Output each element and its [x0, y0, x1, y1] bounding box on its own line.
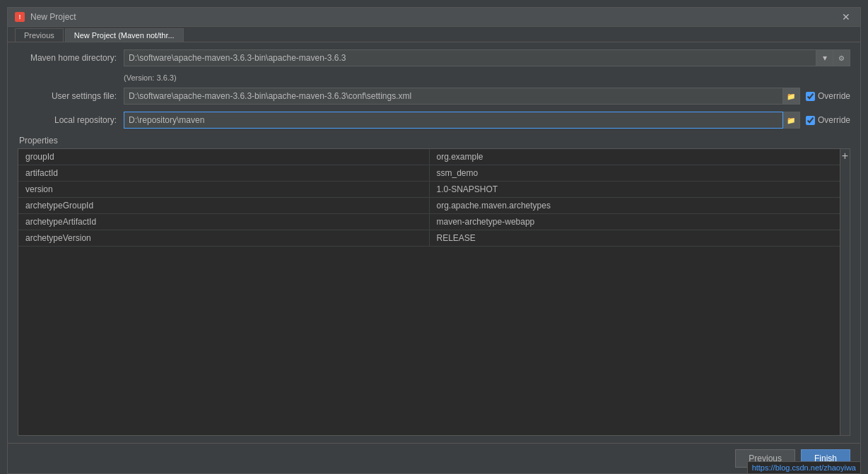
version-note: (Version: 3.6.3)	[124, 73, 850, 82]
table-row[interactable]: archetypeGroupId org.apache.maven.archet…	[18, 198, 840, 214]
table-row[interactable]: archetypeArtifactId maven-archetype-weba…	[18, 214, 840, 230]
title-icon: !	[15, 12, 25, 22]
prop-key: artifactId	[18, 165, 429, 182]
properties-section: Properties groupId org.example artifactI…	[18, 136, 850, 436]
local-repo-label: Local repository:	[18, 115, 124, 125]
local-repo-browse-btn[interactable]: 📁	[783, 112, 800, 129]
maven-home-input-wrapper: ▾ ⚙	[124, 49, 850, 66]
user-settings-input-wrapper: 📁	[124, 88, 800, 105]
maven-home-input[interactable]	[124, 49, 816, 66]
local-repo-override-wrapper: Override	[806, 115, 850, 125]
prop-value: RELEASE	[429, 230, 840, 247]
close-button[interactable]: ✕	[839, 11, 853, 23]
local-repo-row: Local repository: 📁 Override	[18, 112, 850, 129]
properties-table-wrapper: groupId org.example artifactId ssm_demo …	[18, 148, 850, 436]
prop-value: org.apache.maven.archetypes	[429, 198, 840, 214]
prop-key: version	[18, 182, 429, 198]
prop-key: groupId	[18, 149, 429, 165]
user-settings-override-checkbox[interactable]	[806, 92, 815, 101]
table-row[interactable]: groupId org.example	[18, 149, 840, 165]
prop-key: archetypeVersion	[18, 230, 429, 247]
local-repo-input-wrapper: 📁	[124, 112, 800, 129]
dialog-title: New Project	[30, 12, 76, 22]
local-repo-override-label: Override	[818, 115, 850, 125]
table-row[interactable]: artifactId ssm_demo	[18, 165, 840, 182]
prop-value: maven-archetype-webapp	[429, 214, 840, 230]
maven-home-settings-btn[interactable]: ⚙	[833, 49, 850, 66]
props-table-area: groupId org.example artifactId ssm_demo …	[18, 149, 840, 435]
prop-key: archetypeArtifactId	[18, 214, 429, 230]
user-settings-input[interactable]	[124, 88, 783, 105]
tab-previous[interactable]: Previous	[15, 28, 64, 42]
tab-new-project[interactable]: New Project (Maven not/thr...	[65, 28, 184, 42]
maven-home-dropdown-btn[interactable]: ▾	[816, 49, 833, 66]
local-repo-override-checkbox[interactable]	[806, 116, 815, 125]
add-property-button[interactable]: +	[842, 150, 848, 162]
local-repo-input[interactable]	[124, 112, 783, 129]
prop-key: archetypeGroupId	[18, 198, 429, 214]
prop-value: 1.0-SNAPSHOT	[429, 182, 840, 198]
table-row[interactable]: archetypeVersion RELEASE	[18, 230, 840, 247]
prop-value: org.example	[429, 149, 840, 165]
user-settings-browse-btn[interactable]: 📁	[783, 88, 800, 105]
properties-table: groupId org.example artifactId ssm_demo …	[18, 149, 840, 247]
bottom-bar: Previous Finish	[8, 443, 860, 473]
maven-home-row: Maven home directory: ▾ ⚙	[18, 49, 850, 66]
props-side: +	[840, 149, 850, 435]
properties-header: Properties	[18, 136, 850, 146]
maven-home-label: Maven home directory:	[18, 53, 124, 63]
title-bar: ! New Project ✕	[8, 8, 860, 27]
table-row[interactable]: version 1.0-SNAPSHOT	[18, 182, 840, 198]
user-settings-override-wrapper: Override	[806, 91, 850, 101]
dialog-content: Maven home directory: ▾ ⚙ (Version: 3.6.…	[8, 42, 860, 443]
url-tooltip: https://blog.csdn.net/zhaoyiwa	[747, 461, 860, 473]
new-project-dialog: ! New Project ✕ Previous New Project (Ma…	[7, 7, 861, 474]
tab-strip: Previous New Project (Maven not/thr...	[8, 27, 860, 42]
prop-value: ssm_demo	[429, 165, 840, 182]
user-settings-override-label: Override	[818, 91, 850, 101]
user-settings-label: User settings file:	[18, 91, 124, 101]
user-settings-row: User settings file: 📁 Override	[18, 88, 850, 105]
